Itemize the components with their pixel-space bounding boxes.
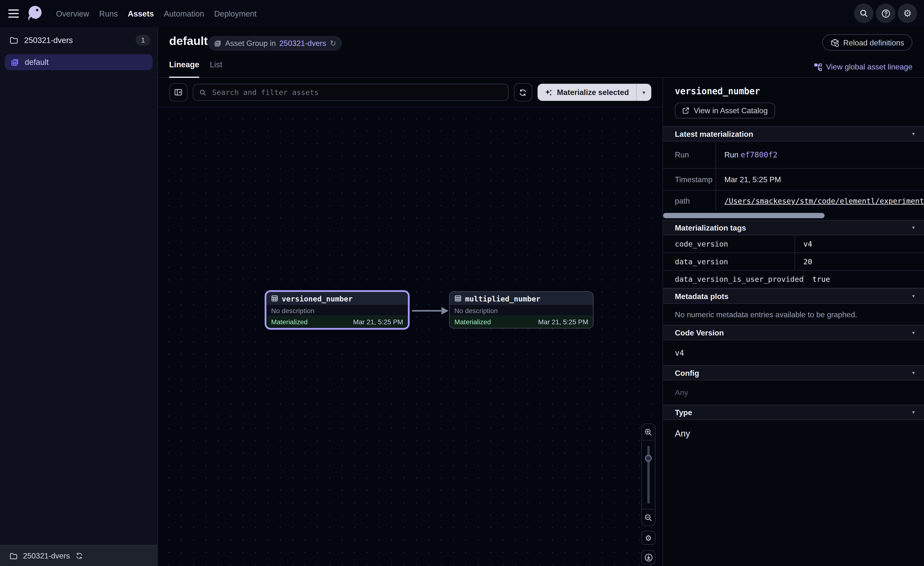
- refresh-icon[interactable]: [75, 552, 83, 560]
- section-materialization-tags[interactable]: Materialization tags ▾: [663, 220, 924, 235]
- latest-timestamp-row: Timestamp Mar 21, 5:25 PM: [663, 169, 924, 190]
- search-icon[interactable]: [854, 4, 873, 23]
- zoom-controls: [641, 423, 655, 526]
- asset-detail-panel: versioned_number View in Asset Catalog L…: [663, 78, 924, 566]
- materialize-selected-button[interactable]: Materialize selected ▾: [537, 84, 651, 101]
- reload-definitions-button[interactable]: Reload definitions: [822, 34, 912, 51]
- chevron-down-icon: ▾: [912, 293, 915, 299]
- refresh-graph-icon[interactable]: [514, 83, 532, 101]
- zoom-out-icon[interactable]: [642, 510, 655, 526]
- folder-icon: [9, 36, 18, 44]
- run-prefix: Run: [724, 151, 738, 159]
- tag-key: data_version_is_user_provided: [663, 271, 804, 288]
- graph-settings-gear-icon[interactable]: ⚙: [641, 531, 655, 545]
- sidebar-item-default[interactable]: default: [4, 54, 153, 70]
- lineage-edge-arrow: [411, 303, 450, 319]
- reload-definitions-label: Reload definitions: [843, 38, 904, 47]
- lineage-graph-icon: [814, 63, 822, 71]
- panel-asset-title: versioned_number: [675, 86, 924, 97]
- chevron-down-icon: ▾: [912, 409, 915, 415]
- zoom-in-icon[interactable]: [642, 424, 655, 440]
- view-in-asset-catalog-label: View in Asset Catalog: [694, 106, 768, 115]
- asset-group-icon: [214, 39, 222, 47]
- lineage-canvas[interactable]: versioned_number No description Material…: [159, 107, 662, 566]
- timestamp-value: Mar 21, 5:25 PM: [716, 175, 781, 184]
- asset-group-chip: Asset Group in 250321-dvers ↻: [208, 36, 342, 51]
- sidebar-group-row[interactable]: 250321-dvers 1: [0, 32, 158, 48]
- run-key: Run: [663, 142, 716, 168]
- view-global-asset-lineage-link[interactable]: View global asset lineage: [814, 62, 913, 71]
- external-link-icon: [682, 107, 690, 114]
- expand-panel-icon[interactable]: [169, 83, 188, 101]
- tag-value: true: [804, 275, 830, 283]
- section-latest-materialization[interactable]: Latest materialization ▾: [663, 126, 924, 142]
- tab-lineage[interactable]: Lineage: [169, 60, 200, 78]
- materialize-dropdown-caret[interactable]: ▾: [636, 84, 651, 101]
- section-type[interactable]: Type ▾: [663, 405, 924, 420]
- config-value: Any: [663, 381, 924, 405]
- tab-list[interactable]: List: [210, 60, 222, 78]
- latest-path-row: path /Users/smackesey/stm/code/elementl/…: [663, 190, 924, 211]
- path-key: path: [663, 190, 716, 211]
- scrollbar-thumb[interactable]: [663, 213, 825, 218]
- asset-node-header: versioned_number: [266, 292, 408, 306]
- search-icon: [200, 89, 206, 96]
- materialize-selected-label: Materialize selected: [557, 88, 629, 97]
- section-code-version[interactable]: Code Version ▾: [663, 325, 924, 340]
- help-icon[interactable]: [876, 4, 896, 23]
- tag-key: code_version: [663, 235, 795, 252]
- table-icon: [454, 295, 462, 302]
- latest-run-row: Run Run ef7800f2: [663, 142, 924, 169]
- zoom-slider-thumb[interactable]: [645, 455, 652, 462]
- dagster-logo-icon[interactable]: [25, 4, 44, 23]
- footer-code-location: 250321-dvers: [23, 551, 70, 560]
- tag-key: data_version: [663, 253, 795, 270]
- timestamp-key: Timestamp: [663, 169, 716, 190]
- chevron-down-icon: ▾: [912, 330, 915, 336]
- top-nav-bar: Overview Runs Assets Automation Deployme…: [0, 0, 924, 27]
- refresh-icon[interactable]: ↻: [330, 39, 336, 48]
- nav-runs[interactable]: Runs: [99, 9, 118, 18]
- asset-node-description: No description: [450, 306, 593, 316]
- menu-icon[interactable]: [8, 9, 19, 18]
- materialized-timestamp: Mar 21, 5:25 PM: [538, 318, 588, 325]
- nav-assets[interactable]: Assets: [128, 9, 154, 18]
- table-icon: [271, 295, 278, 302]
- nav-deployment[interactable]: Deployment: [214, 9, 256, 18]
- section-label: Materialization tags: [675, 223, 746, 232]
- asset-node-name: multiplied_number: [465, 294, 541, 303]
- horizontal-scrollbar: [663, 211, 924, 220]
- chip-prefix: Asset Group in: [225, 39, 276, 48]
- code-version-value: v4: [663, 340, 924, 365]
- view-tabs: Lineage List: [169, 60, 222, 78]
- asset-node-description: No description: [266, 306, 408, 316]
- materialize-main[interactable]: Materialize selected: [537, 84, 636, 101]
- nav-automation[interactable]: Automation: [164, 9, 204, 18]
- asset-node-versioned-number[interactable]: versioned_number No description Material…: [265, 290, 410, 330]
- tag-value: v4: [795, 239, 812, 248]
- path-link[interactable]: /Users/smackesey/stm/code/elementl/exper…: [724, 196, 924, 205]
- nav-overview[interactable]: Overview: [56, 9, 89, 18]
- chip-group-link[interactable]: 250321-dvers: [279, 39, 326, 48]
- asset-node-multiplied-number[interactable]: multiplied_number No description Materia…: [449, 291, 594, 328]
- lineage-toolbar: Materialize selected ▾: [159, 78, 662, 107]
- section-config[interactable]: Config ▾: [663, 365, 924, 381]
- page-title: default: [169, 34, 208, 48]
- asset-node-name: versioned_number: [282, 294, 352, 303]
- download-image-icon[interactable]: [641, 550, 655, 564]
- view-in-asset-catalog-button[interactable]: View in Asset Catalog: [675, 102, 775, 119]
- section-metadata-plots[interactable]: Metadata plots ▾: [663, 288, 924, 304]
- dagster-app: Overview Runs Assets Automation Deployme…: [0, 0, 924, 566]
- chevron-down-icon: ▾: [912, 370, 915, 376]
- asset-node-header: multiplied_number: [450, 292, 593, 306]
- sidebar-item-label: default: [25, 58, 48, 66]
- section-label: Code Version: [675, 328, 724, 337]
- asset-groups-sidebar: 250321-dvers 1 default 250321-dvers: [0, 27, 158, 566]
- settings-gear-icon[interactable]: ⚙: [898, 4, 917, 23]
- reload-cube-icon: [830, 38, 839, 47]
- run-id-link[interactable]: ef7800f2: [741, 151, 777, 159]
- asset-search-box: [193, 84, 508, 101]
- search-input[interactable]: [211, 87, 502, 97]
- zoom-slider[interactable]: [642, 440, 655, 509]
- asset-group-icon: [10, 58, 20, 66]
